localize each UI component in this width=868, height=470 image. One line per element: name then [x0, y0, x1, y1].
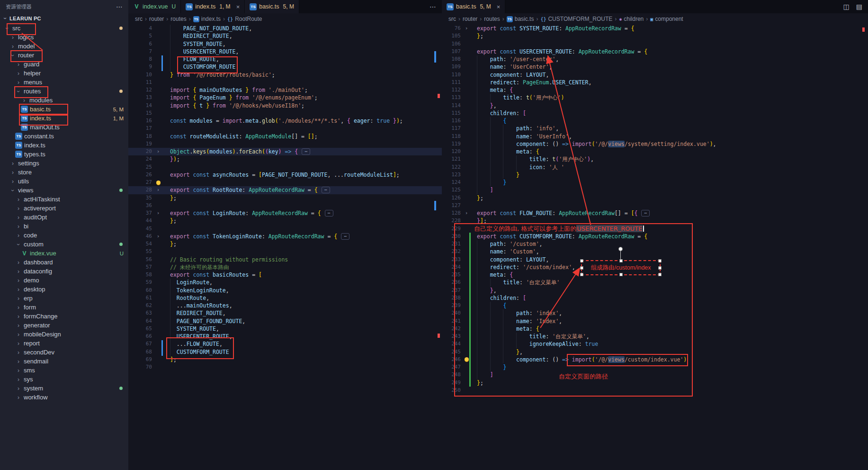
line-number[interactable]: 236 [442, 279, 464, 286]
line-number[interactable]: 18 [128, 133, 155, 140]
code-line[interactable]: 76›export const SYSTEM_ROUTE: AppRouteRe… [442, 25, 868, 32]
tree-item-dashboard[interactable]: ›dashboard [0, 258, 128, 267]
more-actions-icon[interactable]: ⋯ [116, 3, 123, 10]
code-line[interactable]: 19 [128, 140, 442, 148]
line-number[interactable]: 20 [128, 148, 155, 155]
line-number[interactable]: 107 [442, 48, 464, 55]
line-number[interactable]: 112 [442, 86, 464, 94]
tree-item-src[interactable]: ›src [0, 24, 128, 33]
code-line[interactable]: 45 [128, 225, 442, 233]
breadcrumb-item-component[interactable]: ▣component [650, 16, 683, 22]
line-number[interactable]: 115 [442, 109, 464, 117]
tree-item-report[interactable]: ›report [0, 339, 128, 348]
code-line[interactable]: 241 name: 'Index', [442, 317, 868, 325]
code-line[interactable]: 110 component: LAYOUT, [442, 71, 868, 79]
folded-code-pill[interactable]: ⋯ [302, 148, 310, 155]
code-line[interactable]: 245 }, [442, 348, 868, 356]
tree-item-sys[interactable]: ›sys [0, 375, 128, 384]
tree-item-views[interactable]: ›views [0, 186, 128, 195]
line-number[interactable]: 118 [442, 133, 464, 140]
code-line[interactable]: 59 LoginRoute, [128, 279, 442, 286]
line-number[interactable]: 66 [128, 333, 155, 340]
line-number[interactable]: 244 [442, 340, 464, 348]
line-number[interactable]: 12 [128, 86, 155, 94]
fold-chevron-icon[interactable]: › [157, 148, 160, 155]
fold-chevron-icon[interactable]: › [465, 209, 468, 217]
line-number[interactable]: 117 [442, 125, 464, 132]
line-number[interactable]: 24 [128, 155, 155, 163]
line-number[interactable]: 123 [442, 171, 464, 179]
breadcrumb-item-routes[interactable]: routes [170, 16, 186, 22]
code-line[interactable]: 228}]; [442, 217, 868, 225]
code-line[interactable]: 108 path: '/user-center', [442, 55, 868, 63]
code-line[interactable]: 113 title: t('用户中心') [442, 94, 868, 101]
lightbulb-icon[interactable] [465, 357, 469, 362]
tab-index.ts[interactable]: TSindex.ts1, M× [181, 0, 245, 13]
code-line[interactable]: 116 { [442, 117, 868, 125]
code-line[interactable]: 105}; [442, 32, 868, 40]
tree-item-code[interactable]: ›code [0, 231, 128, 240]
tree-item-index.ts[interactable]: TSindex.ts [0, 141, 128, 150]
tree-item-activereport[interactable]: ›activereport [0, 204, 128, 213]
fold-chevron-icon[interactable]: › [157, 233, 160, 240]
tree-item-generator[interactable]: ›generator [0, 321, 128, 330]
tree-item-utils[interactable]: ›utils [0, 177, 128, 186]
line-number[interactable]: 116 [442, 117, 464, 125]
code-line[interactable]: 240 path: 'index', [442, 309, 868, 317]
line-number[interactable]: 27 [128, 179, 155, 186]
folded-code-pill[interactable]: ⋯ [641, 210, 650, 217]
code-line[interactable]: 24}); [128, 155, 442, 163]
customize-layout-icon[interactable]: ▤ [856, 3, 862, 10]
line-number[interactable]: 7 [128, 48, 155, 55]
tree-item-basic.ts[interactable]: TSbasic.ts5, M [0, 105, 128, 114]
code-line[interactable]: 8 FLOW_ROUTE, [128, 55, 442, 63]
breadcrumb-item-src[interactable]: src [448, 16, 456, 22]
tree-item-modules[interactable]: ›modules [0, 96, 128, 105]
line-number[interactable]: 105 [442, 32, 464, 40]
line-number[interactable]: 240 [442, 309, 464, 317]
tree-item-constant.ts[interactable]: TSconstant.ts [0, 132, 128, 141]
line-number[interactable]: 15 [128, 109, 155, 117]
code-line[interactable]: 236 title: '自定义菜单' [442, 279, 868, 286]
code-line[interactable]: 25 [128, 163, 442, 171]
code-line[interactable]: 122 icon: '人 ' [442, 163, 868, 171]
code-area-1[interactable]: 4 PAGE_NOT_FOUND_ROUTE,5 REDIRECT_ROUTE,… [128, 25, 442, 470]
tree-item-formChange[interactable]: ›formChange [0, 312, 128, 321]
code-line[interactable]: 124 } [442, 179, 868, 186]
code-line[interactable]: 68 CUSTOMFORM_ROUTE [128, 348, 442, 356]
code-line[interactable]: 229 [442, 225, 868, 233]
tree-item-system[interactable]: ›system [0, 384, 128, 393]
tree-item-workflow[interactable]: ›workflow [0, 393, 128, 402]
fold-chevron-icon[interactable]: › [157, 209, 160, 217]
line-number[interactable]: 247 [442, 363, 464, 371]
line-number[interactable]: 241 [442, 317, 464, 325]
code-line[interactable]: 243 title: '自定义菜单', [442, 333, 868, 340]
code-line[interactable]: 70 [128, 363, 442, 371]
line-number[interactable]: 76 [442, 25, 464, 32]
editor-actions-icon[interactable]: ⋯ [430, 3, 436, 10]
code-line[interactable]: 9 CUSTOMFORM_ROUTE [128, 63, 442, 71]
line-number[interactable]: 37 [128, 209, 155, 217]
code-line[interactable]: 37›export const LoginRoute: AppRouteReco… [128, 209, 442, 217]
breadcrumb-item-router[interactable]: router [149, 16, 164, 22]
breadcrumb-item-children[interactable]: ✱children [619, 16, 644, 22]
tree-item-desktop[interactable]: ›desktop [0, 285, 128, 294]
line-number[interactable]: 108 [442, 55, 464, 63]
line-number[interactable]: 239 [442, 302, 464, 309]
line-number[interactable]: 14 [128, 102, 155, 109]
line-number[interactable]: 124 [442, 179, 464, 186]
tree-item-custom[interactable]: ›custom [0, 240, 128, 249]
tree-item-model[interactable]: ›model [0, 42, 128, 51]
line-number[interactable]: 230 [442, 233, 464, 240]
code-line[interactable]: 4 PAGE_NOT_FOUND_ROUTE, [128, 25, 442, 32]
tree-item-store[interactable]: ›store [0, 168, 128, 177]
tree-item-sendmail[interactable]: ›sendmail [0, 357, 128, 366]
line-number[interactable]: 232 [442, 248, 464, 255]
tree-item-logics[interactable]: ›logics [0, 33, 128, 42]
line-number[interactable]: 110 [442, 71, 464, 79]
code-line[interactable]: 17 [128, 125, 442, 132]
tree-item-bi[interactable]: ›bi [0, 222, 128, 231]
line-number[interactable]: 44 [128, 217, 155, 225]
code-line[interactable]: 13import { PageEnum } from '/@/enums/pag… [128, 94, 442, 101]
close-icon[interactable]: × [497, 3, 501, 10]
